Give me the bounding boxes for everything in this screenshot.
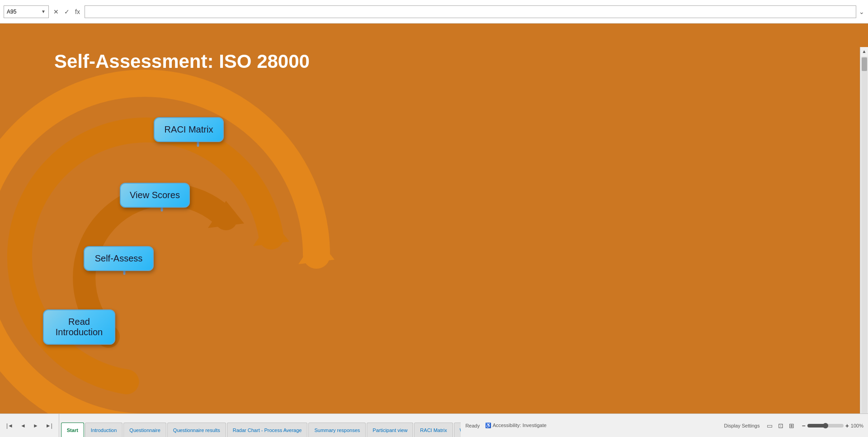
zoom-slider-thumb[interactable] xyxy=(823,423,828,428)
raci-matrix-button[interactable]: RACI Matrix xyxy=(154,117,224,142)
tab-questionnaire-results[interactable]: Questionnaire results xyxy=(167,423,226,437)
bottom-right-status: Ready ♿ Accessibility: Investigate Displ… xyxy=(461,414,868,437)
tab-raci-matrix[interactable]: RACI Matrix xyxy=(414,423,453,437)
main-content: Self-Assessment: ISO 28000 ReadIntroduct… xyxy=(0,24,868,413)
read-introduction-button[interactable]: ReadIntroduction xyxy=(43,309,115,345)
raci-matrix-label: RACI Matrix xyxy=(165,124,213,134)
page-layout-view-icon[interactable]: ⊡ xyxy=(776,421,785,430)
view-mode-buttons: ▭ ⊡ ⊞ xyxy=(765,421,796,430)
tab-summary-responses[interactable]: Summary responses xyxy=(308,423,366,437)
read-introduction-label: ReadIntroduction xyxy=(56,317,103,337)
excel-top-bar: A95 ▼ ✕ ✓ fx ⌄ xyxy=(0,0,868,24)
display-settings[interactable]: Display Settings xyxy=(724,423,760,428)
tab-radar-chart-label: Radar Chart - Process Average xyxy=(233,428,302,433)
bottom-status-bar: |◄ ◄ ► ►| Start Introduction Questionnai… xyxy=(0,413,868,437)
formula-toolbar: ✕ ✓ fx xyxy=(52,7,82,16)
tab-raci-matrix-label: RACI Matrix xyxy=(420,428,447,433)
accessibility-label[interactable]: Accessibility: Investigate xyxy=(493,423,547,428)
scroll-track[interactable] xyxy=(861,57,868,413)
confirm-icon[interactable]: ✓ xyxy=(62,7,71,16)
tab-summary-responses-label: Summary responses xyxy=(314,428,360,433)
first-sheet-icon[interactable]: |◄ xyxy=(5,421,15,431)
page-break-view-icon[interactable]: ⊞ xyxy=(787,421,796,430)
accessibility-icon: ♿ xyxy=(485,423,491,428)
zoom-out-icon[interactable]: − xyxy=(802,422,805,429)
zoom-controls: − + 100% xyxy=(802,422,863,429)
name-box-value: A95 xyxy=(7,9,16,15)
next-sheet-icon[interactable]: ► xyxy=(31,421,40,431)
formula-bar-input[interactable] xyxy=(85,5,856,18)
function-icon[interactable]: fx xyxy=(73,7,82,16)
scroll-thumb[interactable] xyxy=(862,57,867,71)
ready-status: Ready xyxy=(465,423,480,428)
tab-introduction-label: Introduction xyxy=(91,428,117,433)
scroll-up-icon[interactable]: ▲ xyxy=(861,47,868,56)
vertical-scrollbar[interactable]: ▲ ▼ xyxy=(860,47,868,413)
prev-sheet-icon[interactable]: ◄ xyxy=(19,421,28,431)
page-title: Self-Assessment: ISO 28000 xyxy=(54,51,310,72)
name-box[interactable]: A95 ▼ xyxy=(4,5,49,18)
cancel-icon[interactable]: ✕ xyxy=(52,7,61,16)
tab-questionnaire-label: Questionnaire xyxy=(129,428,160,433)
zoom-slider[interactable] xyxy=(807,424,844,428)
tab-participant-view-label: Participant view xyxy=(373,428,407,433)
tab-introduction[interactable]: Introduction xyxy=(85,423,123,437)
self-assess-label: Self-Assess xyxy=(95,253,143,263)
tab-start-label: Start xyxy=(67,428,78,433)
tab-whats-next[interactable]: What's Next xyxy=(454,423,461,437)
accessibility-status: ♿ Accessibility: Investigate xyxy=(485,423,547,428)
tab-start[interactable]: Start xyxy=(61,423,84,437)
tab-questionnaire-results-label: Questionnaire results xyxy=(173,428,220,433)
view-scores-button[interactable]: View Scores xyxy=(120,183,190,208)
normal-view-icon[interactable]: ▭ xyxy=(765,421,774,430)
last-sheet-icon[interactable]: ►| xyxy=(44,421,54,431)
formula-bar-expand-icon[interactable]: ⌄ xyxy=(859,8,864,15)
sheet-tabs: Start Introduction Questionnaire Questio… xyxy=(59,414,461,437)
zoom-percentage[interactable]: 100% xyxy=(851,423,863,428)
sheet-navigation: |◄ ◄ ► ►| xyxy=(0,414,59,437)
view-scores-label: View Scores xyxy=(130,190,180,200)
zoom-in-icon[interactable]: + xyxy=(845,422,849,429)
tab-participant-view[interactable]: Participant view xyxy=(367,423,413,437)
self-assess-button[interactable]: Self-Assess xyxy=(84,246,154,271)
tab-radar-chart[interactable]: Radar Chart - Process Average xyxy=(227,423,308,437)
name-box-dropdown-icon[interactable]: ▼ xyxy=(41,9,46,14)
tab-questionnaire[interactable]: Questionnaire xyxy=(123,423,166,437)
